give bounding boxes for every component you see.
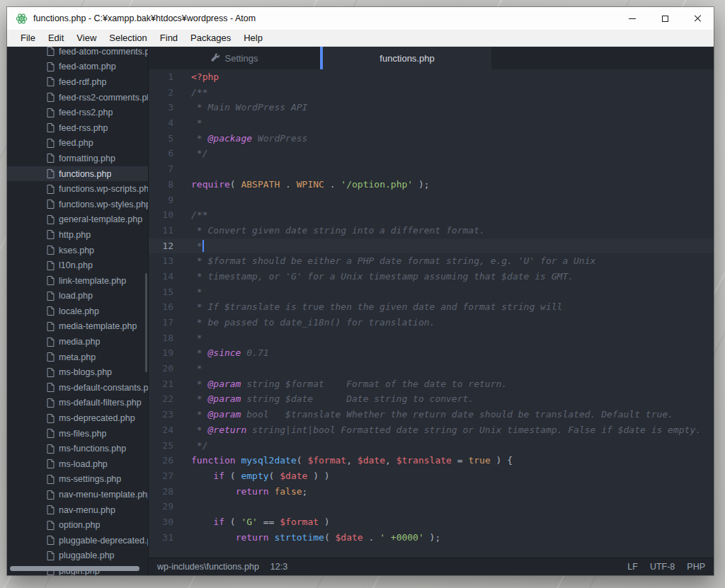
tab-settings[interactable]: Settings — [149, 47, 320, 69]
tree-item-ms-blogs.php[interactable]: ms-blogs.php — [7, 364, 148, 380]
code-line-12[interactable]: 12 * — [149, 238, 714, 254]
code-line-27[interactable]: 27 if ( empty( $date ) ) — [149, 468, 714, 484]
menu-find[interactable]: Find — [154, 33, 184, 43]
code-text: return strtotime( $date . ' +0000' ); — [184, 530, 440, 546]
code-text: return false; — [184, 484, 307, 500]
code-line-3[interactable]: 3 * Main WordPress API — [149, 100, 714, 115]
line-number: 13 — [149, 253, 184, 269]
tree-item-load.php[interactable]: load.php — [7, 289, 148, 304]
code-line-22[interactable]: 22 * @param string $date Date string to … — [149, 391, 714, 407]
tree-item-link-template.php[interactable]: link-template.php — [7, 273, 148, 289]
tree-item-nav-menu-template.php[interactable]: nav-menu-template.php — [7, 487, 148, 502]
tree-item-feed-atom-comments.php[interactable]: feed-atom-comments.php — [7, 47, 148, 59]
status-grammar[interactable]: PHP — [687, 562, 705, 572]
code-line-18[interactable]: 18 * — [149, 330, 714, 346]
code-text: * @param bool $translate Whether the ret… — [184, 407, 673, 422]
file-name: ms-deprecated.php — [59, 413, 135, 423]
code-line-11[interactable]: 11 * Convert given date string into a di… — [149, 223, 714, 238]
tree-item-general-template.php[interactable]: general-template.php — [7, 212, 148, 228]
tree-item-kses.php[interactable]: kses.php — [7, 243, 148, 258]
tree-item-feed-rss.php[interactable]: feed-rss.php — [7, 120, 148, 136]
code-line-19[interactable]: 19 * @since 0.71 — [149, 345, 714, 361]
code-line-20[interactable]: 20 * — [149, 361, 714, 376]
menu-selection[interactable]: Selection — [103, 33, 153, 43]
close-button[interactable] — [681, 7, 714, 30]
tree-item-ms-default-constants.php[interactable]: ms-default-constants.php — [7, 380, 148, 396]
tree-item-feed-rdf.php[interactable]: feed-rdf.php — [7, 74, 148, 90]
code-line-9[interactable]: 9 — [149, 192, 714, 208]
tree-item-locale.php[interactable]: locale.php — [7, 304, 148, 319]
code-line-21[interactable]: 21 * @param string $format Format of the… — [149, 376, 714, 392]
tab-functions-php[interactable]: functions.php — [320, 47, 491, 69]
code-text: * @param string $date Date string to con… — [184, 391, 474, 407]
file-name: ms-files.php — [59, 429, 106, 439]
code-line-6[interactable]: 6 */ — [149, 146, 714, 161]
tree-horizontal-scrollbar[interactable] — [10, 566, 139, 571]
code-text: * @package WordPress — [184, 131, 307, 146]
code-line-14[interactable]: 14 * timestamp, or 'G' for a Unix timest… — [149, 269, 714, 284]
tree-item-meta.php[interactable]: meta.php — [7, 350, 148, 365]
status-encoding[interactable]: UTF-8 — [650, 562, 675, 572]
code-text: * @param string $format Format of the da… — [184, 376, 507, 392]
status-cursor-position[interactable]: 12:3 — [270, 562, 287, 572]
tree-item-ms-files.php[interactable]: ms-files.php — [7, 426, 148, 442]
file-name: feed-rdf.php — [59, 77, 106, 87]
tree-item-l10n.php[interactable]: l10n.php — [7, 258, 148, 273]
tree-item-option.php[interactable]: option.php — [7, 517, 148, 533]
code-line-7[interactable]: 7 — [149, 161, 714, 177]
code-line-29[interactable]: 29 — [149, 499, 714, 514]
code-line-5[interactable]: 5 * @package WordPress — [149, 131, 714, 146]
code-line-24[interactable]: 24 * @return string|int|bool Formatted d… — [149, 422, 714, 438]
file-icon — [47, 139, 55, 148]
menu-packages[interactable]: Packages — [184, 33, 237, 43]
code-line-8[interactable]: 8require( ABSPATH . WPINC . '/option.php… — [149, 177, 714, 192]
tree-vertical-scrollbar[interactable] — [145, 273, 147, 372]
tree-item-http.php[interactable]: http.php — [7, 227, 148, 243]
code-line-30[interactable]: 30 if ( 'G' == $format ) — [149, 514, 714, 530]
status-line-ending[interactable]: LF — [627, 562, 638, 572]
code-line-15[interactable]: 15 * — [149, 284, 714, 300]
tree-item-feed-rss2.php[interactable]: feed-rss2.php — [7, 105, 148, 120]
tree-item-feed-rss2-comments.php[interactable]: feed-rss2-comments.php — [7, 90, 148, 105]
tree-item-ms-default-filters.php[interactable]: ms-default-filters.php — [7, 396, 148, 411]
code-editor[interactable]: 1<?php2/**3 * Main WordPress API4 *5 * @… — [149, 69, 714, 558]
code-line-4[interactable]: 4 * — [149, 115, 714, 131]
tree-item-ms-settings.php[interactable]: ms-settings.php — [7, 472, 148, 488]
code-line-23[interactable]: 23 * @param bool $translate Whether the … — [149, 407, 714, 422]
tree-item-media.php[interactable]: media.php — [7, 334, 148, 350]
code-line-1[interactable]: 1<?php — [149, 69, 714, 85]
code-line-26[interactable]: 26function mysql2date( $format, $date, $… — [149, 453, 714, 468]
tree-item-ms-deprecated.php[interactable]: ms-deprecated.php — [7, 410, 148, 426]
tree-item-pluggable-deprecated.php[interactable]: pluggable-deprecated.php — [7, 533, 148, 548]
code-line-10[interactable]: 10/** — [149, 207, 714, 223]
maximize-button[interactable] — [649, 7, 681, 30]
tree-item-functions.wp-scripts.php[interactable]: functions.wp-scripts.php — [7, 181, 148, 197]
maximize-icon — [662, 16, 668, 22]
minimize-button[interactable] — [616, 7, 649, 30]
code-line-25[interactable]: 25 */ — [149, 438, 714, 454]
code-line-16[interactable]: 16 * If $translate is true then the give… — [149, 299, 714, 315]
code-line-28[interactable]: 28 return false; — [149, 484, 714, 500]
tree-item-ms-load.php[interactable]: ms-load.php — [7, 456, 148, 472]
menu-help[interactable]: Help — [237, 33, 269, 43]
tree-item-feed.php[interactable]: feed.php — [7, 136, 148, 151]
menu-view[interactable]: View — [70, 33, 103, 43]
tree-item-nav-menu.php[interactable]: nav-menu.php — [7, 502, 148, 518]
file-icon — [47, 475, 55, 484]
title-bar[interactable]: functions.php - C:¥xampp.bak¥htdocs¥word… — [7, 7, 714, 30]
tree-item-functions.php[interactable]: functions.php — [7, 166, 148, 182]
tree-item-formatting.php[interactable]: formatting.php — [7, 151, 148, 166]
menu-edit[interactable]: Edit — [42, 33, 70, 43]
code-line-13[interactable]: 13 * $format should be either a PHP date… — [149, 253, 714, 269]
atom-window: functions.php - C:¥xampp.bak¥htdocs¥word… — [7, 7, 714, 575]
tree-item-feed-atom.php[interactable]: feed-atom.php — [7, 59, 148, 75]
tree-item-pluggable.php[interactable]: pluggable.php — [7, 548, 148, 564]
tree-item-ms-functions.php[interactable]: ms-functions.php — [7, 441, 148, 456]
menu-file[interactable]: File — [14, 33, 42, 43]
code-line-31[interactable]: 31 return strtotime( $date . ' +0000' ); — [149, 530, 714, 546]
code-line-17[interactable]: 17 * be passed to date_i18n() for transl… — [149, 315, 714, 330]
status-file-path[interactable]: wp-includes\functions.php — [157, 562, 259, 572]
tree-item-functions.wp-styles.php[interactable]: functions.wp-styles.php — [7, 197, 148, 212]
code-line-2[interactable]: 2/** — [149, 85, 714, 100]
tree-item-media-template.php[interactable]: media-template.php — [7, 319, 148, 335]
